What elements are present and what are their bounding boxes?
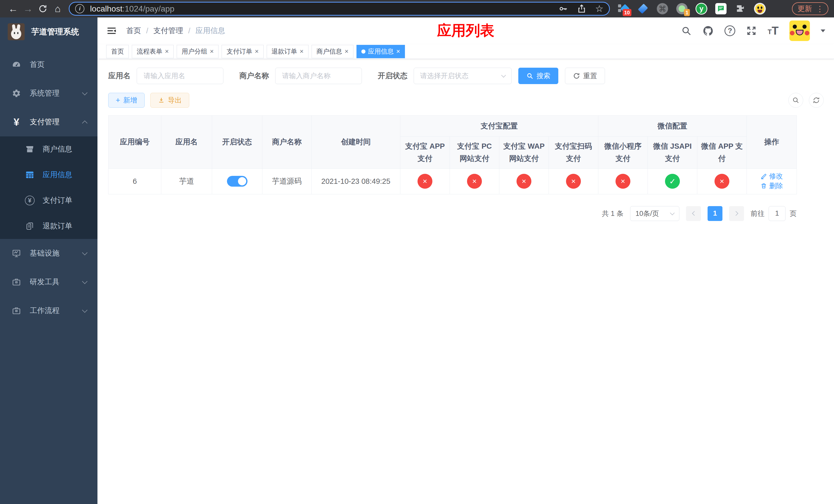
reset-button[interactable]: 重置: [565, 68, 605, 84]
delete-button[interactable]: 删除: [761, 181, 783, 190]
sidebar-item-workflow[interactable]: 工作流程: [0, 296, 97, 325]
extension-kite[interactable]: [637, 3, 649, 15]
goto-label: 前往: [751, 209, 765, 218]
key-icon: [558, 4, 568, 14]
tab-app-info[interactable]: 应用信息×: [356, 45, 405, 58]
chevron-down-icon: [82, 278, 87, 284]
status-toggle[interactable]: [227, 176, 247, 187]
breadcrumb: 首页 / 支付管理 / 应用信息: [126, 26, 225, 36]
sidebar-logo[interactable]: 芋道管理系统: [0, 18, 97, 46]
extension-grid-diamond[interactable]: 10: [618, 3, 629, 15]
close-icon[interactable]: ×: [300, 47, 304, 55]
sidebar-item-home[interactable]: 首页: [0, 50, 97, 79]
tab-process-form[interactable]: 流程表单×: [132, 45, 174, 58]
close-icon[interactable]: ×: [210, 47, 214, 55]
goto-page-input[interactable]: [769, 206, 786, 221]
edit-label: 修改: [769, 171, 783, 181]
sidebar-item-label: 支付订单: [43, 196, 72, 206]
user-avatar[interactable]: [789, 21, 810, 41]
github-icon: [702, 25, 714, 37]
password-key-button[interactable]: [558, 4, 568, 14]
sidebar-subitem-app-info[interactable]: 应用信息: [0, 162, 97, 188]
current-page-button[interactable]: 1: [707, 206, 722, 221]
tab-user-group[interactable]: 用户分组×: [177, 45, 219, 58]
pagination: 共 1 条 10条/页 1 前往 页: [108, 206, 796, 221]
chevron-down-icon: [82, 250, 87, 255]
home-button[interactable]: ⌂: [50, 1, 65, 16]
reload-button[interactable]: [36, 1, 50, 16]
breadcrumb-payment[interactable]: 支付管理: [153, 26, 183, 36]
col-header-alipay-wap: 支付宝 WAP 网站支付: [499, 137, 549, 169]
tab-pay-order[interactable]: 支付订单×: [222, 45, 263, 58]
extension-chat[interactable]: [715, 3, 727, 15]
sidebar-item-infrastructure[interactable]: 基础设施: [0, 239, 97, 268]
close-icon[interactable]: ×: [396, 47, 400, 55]
browser-update-button[interactable]: 更新 ⋮: [792, 2, 828, 15]
address-bar[interactable]: i localhost:1024/pay/app ☆: [69, 2, 610, 16]
page-size-select[interactable]: 10条/页: [630, 206, 679, 221]
prev-page-button[interactable]: [686, 206, 701, 221]
cell-wechat-lite: ×: [598, 168, 648, 194]
sidebar-item-devtools[interactable]: 研发工具: [0, 268, 97, 296]
share-button[interactable]: [577, 4, 587, 14]
search-button[interactable]: 搜索: [518, 68, 558, 84]
extension-command[interactable]: ⌘: [657, 3, 668, 15]
caret-down-icon[interactable]: [821, 29, 825, 32]
briefcase-icon: [11, 306, 22, 315]
app-name-input[interactable]: [137, 68, 223, 84]
status-select[interactable]: 请选择开启状态: [414, 68, 512, 84]
tab-refund-order[interactable]: 退款订单×: [267, 45, 308, 58]
font-size-button[interactable]: TT: [768, 26, 778, 36]
col-header-status: 开启状态: [212, 116, 262, 169]
sidebar-subitem-refund-order[interactable]: 退款订单: [0, 213, 97, 239]
add-button[interactable]: + 新增: [108, 93, 145, 108]
tab-home[interactable]: 首页: [106, 45, 129, 58]
close-icon[interactable]: ×: [165, 47, 169, 55]
toggle-search-button[interactable]: [788, 93, 803, 108]
forward-button[interactable]: →: [21, 1, 36, 16]
sidebar-subitem-pay-order[interactable]: ¥ 支付订单: [0, 188, 97, 213]
kebab-menu-icon[interactable]: ⋮: [816, 4, 824, 13]
sidebar-item-system[interactable]: 系统管理: [0, 79, 97, 108]
search-icon: [681, 25, 692, 36]
status-select-placeholder: 请选择开启状态: [420, 71, 468, 81]
hamburger-button[interactable]: [106, 25, 117, 36]
export-button[interactable]: 导出: [150, 93, 189, 108]
page-title: 应用列表: [437, 21, 495, 41]
sidebar-item-label: 退款订单: [43, 221, 72, 231]
extension-yuque[interactable]: y: [696, 3, 707, 15]
browser-profile-avatar[interactable]: [754, 3, 766, 15]
col-header-merchant: 商户名称: [262, 116, 312, 169]
breadcrumb-home[interactable]: 首页: [126, 26, 141, 36]
cell-actions: 修改 删除: [747, 168, 797, 194]
grid-square-icon: [618, 9, 621, 12]
tab-merchant-info[interactable]: 商户信息×: [312, 45, 353, 58]
bookmark-button[interactable]: ☆: [595, 3, 603, 14]
merchant-name-input[interactable]: [275, 68, 362, 84]
site-info-icon[interactable]: i: [75, 4, 84, 13]
yen-icon: ¥: [11, 117, 22, 127]
refresh-table-button[interactable]: [809, 93, 824, 108]
next-page-button[interactable]: [729, 206, 744, 221]
back-button[interactable]: ←: [6, 1, 21, 16]
extension-recorder[interactable]: 1: [676, 3, 688, 15]
help-button[interactable]: ?: [724, 25, 735, 36]
header-search-button[interactable]: [681, 25, 692, 36]
chevron-left-icon: [692, 211, 697, 215]
sidebar-item-payment[interactable]: ¥ 支付管理: [0, 108, 97, 136]
sidebar-subitem-merchant-info[interactable]: 商户信息: [0, 136, 97, 162]
chevron-right-icon: [733, 211, 738, 215]
tab-label: 首页: [111, 47, 124, 55]
close-icon[interactable]: ×: [255, 47, 259, 55]
extensions-menu-button[interactable]: [734, 3, 746, 15]
fullscreen-button[interactable]: [746, 25, 757, 36]
font-size-icon: T: [768, 28, 772, 36]
tags-view-bar: 首页 流程表单× 用户分组× 支付订单× 退款订单× 商户信息× 应用信息×: [97, 44, 834, 59]
github-link[interactable]: [702, 25, 714, 37]
table-row: 6 芋道 芋道源码 2021-10-23 08:49:25 × × × × ×: [109, 168, 797, 194]
cross-status-icon: ×: [715, 174, 729, 189]
cross-status-icon: ×: [566, 174, 581, 189]
font-size-icon: T: [772, 26, 778, 36]
close-icon[interactable]: ×: [345, 47, 349, 55]
edit-button[interactable]: 修改: [761, 171, 783, 181]
